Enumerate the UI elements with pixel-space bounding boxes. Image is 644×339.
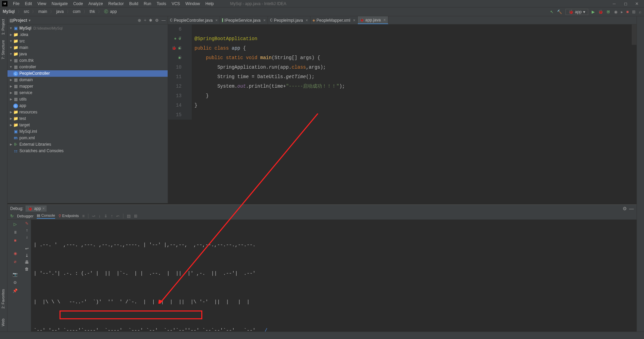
step-into-icon[interactable]: ↓ bbox=[99, 214, 101, 218]
breakpoints-icon[interactable]: ◉ bbox=[12, 250, 18, 256]
run-icon[interactable]: ▶ bbox=[592, 10, 595, 14]
expand-all-icon[interactable]: ÷ bbox=[144, 18, 146, 23]
tab-project[interactable]: 1: Project bbox=[0, 16, 6, 37]
tree-node-target[interactable]: ▶📁target bbox=[7, 122, 168, 128]
breadcrumb-leaf[interactable]: app bbox=[110, 9, 117, 14]
console-tab[interactable]: ▤ Console bbox=[37, 213, 55, 219]
menu-vcs[interactable]: VCS bbox=[169, 1, 183, 6]
spring-icon[interactable]: ⎈ ⚙ bbox=[174, 34, 181, 43]
tree-node-java[interactable]: ▼📁java bbox=[7, 51, 168, 57]
evaluate-icon[interactable]: ⊞ bbox=[134, 214, 137, 218]
menu-file[interactable]: File bbox=[10, 1, 22, 6]
tree-node-controller[interactable]: ▼▦controller bbox=[7, 64, 168, 70]
breadcrumb-root[interactable]: MySql bbox=[3, 9, 15, 14]
drop-frame-icon[interactable]: ⤺ bbox=[116, 214, 120, 218]
run-gutter-icon[interactable]: 🐞 ▶ bbox=[172, 43, 181, 53]
tree-node-mapper[interactable]: ▶▦mapper bbox=[7, 83, 168, 90]
gear-icon[interactable]: ⚙ bbox=[623, 206, 627, 211]
tree-node-service[interactable]: ▶▦service bbox=[7, 90, 168, 96]
close-icon[interactable]: × bbox=[384, 18, 386, 22]
print-icon[interactable]: 🖶 bbox=[25, 260, 29, 265]
menu-run[interactable]: Run bbox=[141, 1, 154, 6]
step-out-icon[interactable]: ↑ bbox=[111, 214, 113, 218]
rerun-icon[interactable]: ↻ bbox=[10, 214, 14, 218]
close-icon[interactable]: × bbox=[263, 18, 266, 23]
close-button[interactable]: ✕ bbox=[632, 1, 642, 6]
threads-icon[interactable]: ≡ bbox=[82, 214, 85, 218]
gear-icon[interactable]: ⚙ bbox=[155, 18, 159, 23]
close-icon[interactable]: × bbox=[353, 18, 355, 23]
menu-code[interactable]: Code bbox=[70, 1, 86, 6]
tree-node-mysqliml[interactable]: ▣MySql.iml bbox=[7, 128, 168, 135]
menu-build[interactable]: Build bbox=[126, 1, 141, 6]
editor-tab-app[interactable]: 🐞 app.java × bbox=[358, 16, 388, 24]
clear-all-icon[interactable]: 🗑 bbox=[25, 267, 29, 271]
code-content[interactable]: @SpringBootApplication public class app … bbox=[192, 24, 637, 120]
profile-icon[interactable]: ◉ bbox=[614, 10, 617, 14]
debugger-tab[interactable]: Debugger bbox=[17, 214, 33, 218]
camera-icon[interactable]: 📷 bbox=[12, 271, 18, 278]
code-editor[interactable]: 6 7⎈ ⚙ 8🐞 ▶ 9▶ 10 11 12 13 14 15 @Spring… bbox=[168, 24, 637, 203]
tree-node-resources[interactable]: ▶📁resources bbox=[7, 109, 168, 115]
clear-icon[interactable]: ✎ bbox=[25, 221, 29, 226]
tab-web[interactable]: Web bbox=[0, 316, 6, 329]
breadcrumb-part[interactable]: com bbox=[73, 9, 81, 14]
down-icon[interactable]: ↓ bbox=[26, 235, 28, 239]
editor-tab-ipeopleservice[interactable]: I IPeopleService.java × bbox=[220, 16, 268, 24]
stop-icon[interactable]: ■ bbox=[626, 10, 629, 14]
settings-icon[interactable]: ⚙ bbox=[12, 280, 18, 286]
search-everywhere-icon[interactable]: ⌕ bbox=[639, 10, 641, 14]
step-over-icon[interactable]: ⤻ bbox=[92, 214, 95, 218]
tree-node-utils[interactable]: ▶▦utils bbox=[7, 96, 168, 103]
console-output[interactable]: | .--. ' ,---. ,---. ,--.,--.,----. | '-… bbox=[31, 220, 637, 332]
menu-window[interactable]: Window bbox=[183, 1, 203, 6]
breadcrumb-part[interactable]: main bbox=[38, 9, 47, 14]
select-opened-file-icon[interactable]: ⊕ bbox=[138, 18, 141, 23]
collapse-all-icon[interactable]: ✱ bbox=[149, 18, 152, 23]
chevron-down-icon[interactable]: ▾ bbox=[29, 18, 31, 23]
editor-minimap[interactable] bbox=[632, 24, 637, 45]
tab-structure[interactable]: 7: Structure bbox=[0, 37, 6, 62]
hammer-icon[interactable]: 🔨 bbox=[557, 10, 562, 14]
editor-tab-peoplecontroller[interactable]: C PeopleController.java × bbox=[168, 16, 220, 24]
tree-node-comthk[interactable]: ▼▦com.thk bbox=[7, 57, 168, 64]
tree-node-src[interactable]: ▼📁src bbox=[7, 38, 168, 44]
tree-node-external[interactable]: ▶⊪External Libraries bbox=[7, 141, 168, 148]
editor-tab-peoplemapper[interactable]: ◈ PeopleMapper.xml × bbox=[310, 16, 358, 24]
close-icon[interactable]: × bbox=[42, 206, 45, 211]
menu-navigate[interactable]: Navigate bbox=[49, 1, 70, 6]
menu-refactor[interactable]: Refactor bbox=[106, 1, 126, 6]
coverage-icon[interactable]: ⛨ bbox=[607, 10, 611, 14]
run-config-dropdown[interactable]: 🐞 app ▾ bbox=[565, 9, 588, 15]
maximize-button[interactable]: ◻ bbox=[621, 1, 631, 6]
back-arrow-icon[interactable]: ↖ bbox=[550, 10, 554, 14]
endpoints-tab[interactable]: ⚲ Endpoints bbox=[58, 214, 79, 218]
menu-tools[interactable]: Tools bbox=[154, 1, 169, 6]
tree-node-main[interactable]: ▼📁main bbox=[7, 44, 168, 51]
run-arrow-icon[interactable]: ▸ bbox=[621, 10, 623, 14]
pause-icon[interactable]: ⏸ bbox=[12, 229, 18, 235]
tree-node-peoplecontroller[interactable]: CPeopleController bbox=[7, 70, 168, 77]
soft-wrap-icon[interactable]: ↩ bbox=[25, 246, 29, 251]
up-icon[interactable]: ↑ bbox=[26, 228, 28, 233]
menu-view[interactable]: View bbox=[35, 1, 49, 6]
debug-icon[interactable]: 🐞 bbox=[598, 10, 603, 14]
tree-root[interactable]: ▼▣ MySql D:\ideatwo\MySql bbox=[7, 25, 168, 32]
close-icon[interactable]: × bbox=[306, 18, 308, 23]
tab-favorites[interactable]: 2: Favorites bbox=[0, 286, 6, 311]
project-tree[interactable]: ▼▣ MySql D:\ideatwo\MySql ▶📁.idea ▼📁src … bbox=[7, 24, 168, 155]
hide-icon[interactable]: — bbox=[629, 206, 634, 211]
breadcrumb[interactable]: MySql 〉 src 〉 main 〉 java 〉 com 〉 thk 〉 … bbox=[3, 9, 118, 15]
breadcrumb-part[interactable]: java bbox=[56, 9, 64, 14]
pin-icon[interactable]: 📌 bbox=[12, 288, 18, 294]
layout-icon[interactable]: ⊞ bbox=[632, 10, 635, 14]
run-gutter-icon[interactable]: ▶ bbox=[179, 53, 181, 63]
run-to-cursor-icon[interactable]: ▤ bbox=[127, 214, 131, 218]
hide-icon[interactable]: — bbox=[162, 18, 166, 23]
tree-node-pomxml[interactable]: mpom.xml bbox=[7, 135, 168, 141]
scroll-end-icon[interactable]: ⤓ bbox=[25, 253, 29, 258]
menu-analyze[interactable]: Analyze bbox=[86, 1, 106, 6]
tree-node-idea[interactable]: ▶📁.idea bbox=[7, 32, 168, 38]
mute-breakpoints-icon[interactable]: ⌀ bbox=[12, 258, 18, 265]
tree-node-scratches[interactable]: ⚏Scratches and Consoles bbox=[7, 148, 168, 154]
